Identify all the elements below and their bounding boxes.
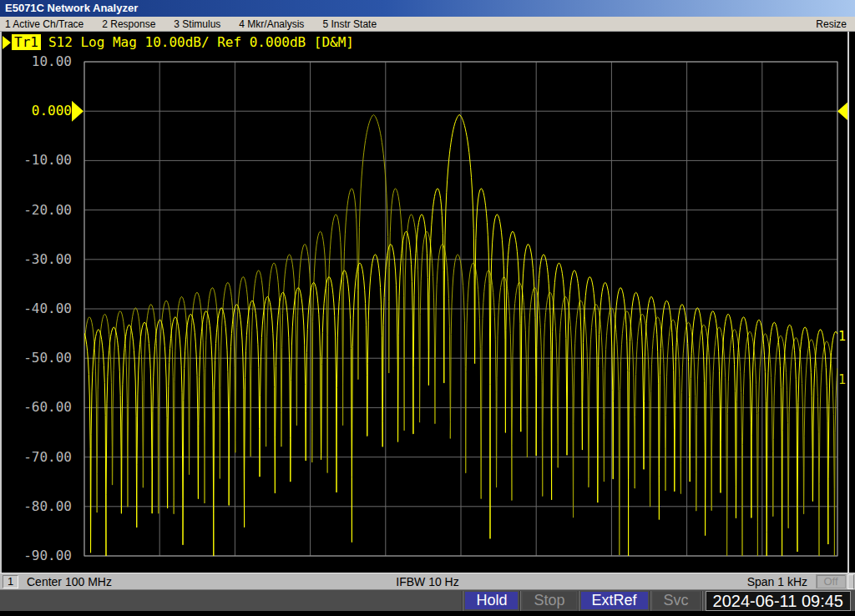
menu-resize[interactable]: Resize bbox=[816, 18, 847, 30]
status-stop: Stop bbox=[523, 592, 575, 609]
y-axis-tick-label: -40.00 bbox=[18, 300, 72, 317]
measurement-plot bbox=[0, 32, 855, 573]
instrument-screen: Tr1 S12 Log Mag 10.00dB/ Ref 0.000dB [D&… bbox=[0, 32, 855, 573]
center-frequency-readout: Center 100 MHz bbox=[27, 575, 112, 588]
screen-left-edge bbox=[0, 32, 2, 573]
status-separator bbox=[701, 591, 703, 611]
ref-level-marker-left-icon bbox=[72, 101, 83, 122]
status-separator bbox=[462, 591, 463, 611]
off-button[interactable]: Off bbox=[816, 574, 846, 588]
status-separator bbox=[578, 591, 579, 611]
channel-status-bar: 1 Center 100 MHz IFBW 10 Hz Span 1 kHz O… bbox=[0, 573, 855, 589]
menu-bar: 1 Active Ch/Trace 2 Response 3 Stimulus … bbox=[0, 17, 855, 32]
window-bottom-edge bbox=[0, 611, 855, 616]
status-hold: Hold bbox=[465, 592, 518, 609]
status-extref: ExtRef bbox=[581, 592, 648, 609]
y-axis-tick-label: -70.00 bbox=[18, 449, 72, 466]
menu-active-ch-trace[interactable]: 1 Active Ch/Trace bbox=[5, 18, 83, 30]
y-axis-tick-label: -10.00 bbox=[18, 152, 72, 169]
y-axis-tick-label: -60.00 bbox=[18, 399, 72, 416]
status-separator bbox=[650, 591, 651, 611]
y-axis-tick-label: -80.00 bbox=[18, 498, 72, 515]
status-svc: Svc bbox=[653, 592, 700, 609]
menu-stimulus[interactable]: 3 Stimulus bbox=[174, 18, 220, 30]
y-axis-tick-label: -50.00 bbox=[18, 350, 72, 366]
ifbw-readout: IFBW 10 Hz bbox=[396, 575, 458, 588]
status-separator bbox=[519, 591, 521, 611]
menu-mkr-analysis[interactable]: 4 Mkr/Analysis bbox=[239, 18, 304, 30]
trace-name-badge[interactable]: Tr1 bbox=[12, 34, 41, 50]
menu-instr-state[interactable]: 5 Instr State bbox=[322, 18, 377, 30]
trace-status-line[interactable]: Tr1 S12 Log Mag 10.00dB/ Ref 0.000dB [D&… bbox=[3, 34, 354, 50]
datetime-display: 2024-06-11 09:45 bbox=[706, 591, 851, 611]
y-axis-tick-label: 10.00 bbox=[18, 53, 72, 70]
span-readout: Span 1 kHz bbox=[747, 575, 807, 588]
active-trace-arrow-icon bbox=[3, 36, 11, 49]
y-axis-tick-label: -30.00 bbox=[18, 251, 72, 268]
menu-response[interactable]: 2 Response bbox=[102, 18, 155, 30]
y-axis-tick-label: -90.00 bbox=[18, 548, 72, 564]
bar-grip bbox=[847, 574, 854, 589]
trace-end-number-memory: 1 bbox=[838, 374, 846, 386]
y-axis-tick-label: 0.000 bbox=[18, 103, 72, 119]
trace-end-number-data: 1 bbox=[838, 331, 846, 343]
channel-number-box: 1 bbox=[3, 575, 18, 588]
trace-definition: S12 Log Mag 10.00dB/ Ref 0.000dB [D&M] bbox=[48, 34, 354, 50]
window-title-bar: E5071C Network Analyzer bbox=[0, 0, 855, 17]
grid-lines bbox=[84, 62, 837, 556]
instrument-status-bar: Hold Stop ExtRef Svc 2024-06-11 09:45 bbox=[0, 589, 855, 611]
window-title: E5071C Network Analyzer bbox=[5, 2, 138, 14]
screen-right-edge bbox=[847, 32, 849, 573]
y-axis-tick-label: -20.00 bbox=[18, 202, 72, 219]
